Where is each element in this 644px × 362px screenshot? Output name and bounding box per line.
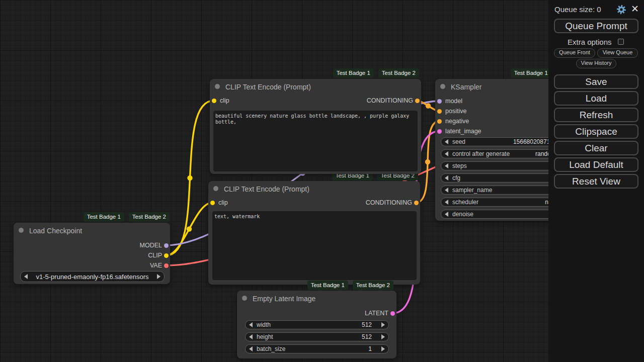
extra-options-checkbox[interactable] [618, 39, 624, 45]
clear-button[interactable]: Clear [554, 141, 638, 155]
link-midpoint-dot [413, 220, 418, 225]
view-queue-button[interactable]: View Queue [597, 48, 638, 58]
view-history-button[interactable]: View History [576, 59, 616, 68]
load-button[interactable]: Load [554, 91, 638, 106]
refresh-button[interactable]: Refresh [554, 108, 638, 122]
load-default-button[interactable]: Load Default [554, 157, 638, 172]
save-button[interactable]: Save [554, 74, 638, 89]
extra-options-label: Extra options [568, 38, 612, 46]
queue-size-label: Queue size: 0 [554, 5, 601, 14]
link-midpoint-dot [187, 175, 192, 180]
queue-front-button[interactable]: Queue Front [554, 48, 595, 58]
clipspace-button[interactable]: Clipspace [554, 124, 638, 139]
comfyui-canvas[interactable]: Test Badge 1Test Badge 2Load CheckpointM… [0, 0, 644, 362]
reset-view-button[interactable]: Reset View [554, 174, 638, 189]
link-midpoint-dot [300, 170, 305, 175]
queue-prompt-button[interactable]: Queue Prompt [554, 19, 638, 33]
link-midpoint-dot [425, 159, 430, 164]
settings-gear-icon[interactable] [616, 5, 626, 15]
link-wires [0, 0, 644, 362]
side-menu: Queue size: 0✕Queue PromptExtra optionsQ… [548, 0, 644, 362]
link-midpoint-dot [370, 193, 375, 198]
link-midpoint-dot [426, 103, 431, 108]
link-midpoint-dot [187, 226, 192, 231]
close-icon[interactable]: ✕ [631, 3, 639, 14]
